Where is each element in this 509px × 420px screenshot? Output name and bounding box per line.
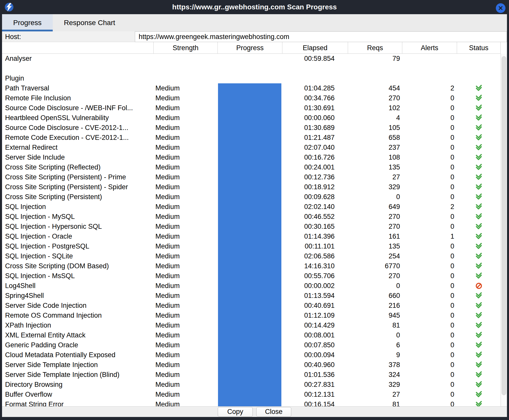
cell-reqs: 254 xyxy=(348,252,402,260)
table-row[interactable]: XPath Injection Medium 00:14.429 81 0 xyxy=(2,320,501,330)
table-row[interactable]: Source Code Disclosure - /WEB-INF Fol...… xyxy=(2,103,501,113)
table-row[interactable]: Cloud Metadata Potentially Exposed Mediu… xyxy=(2,350,501,360)
table-row[interactable]: Spring4Shell Medium 01:13.594 660 0 xyxy=(2,291,501,301)
cell-reqs: 0 xyxy=(348,282,402,290)
table-row[interactable]: SQL Injection - Oracle Medium 01:14.396 … xyxy=(2,232,501,241)
cell-name: Cross Site Scripting (Persistent) - Spid… xyxy=(2,183,153,191)
cell-name: External Redirect xyxy=(2,144,153,151)
window-close-icon[interactable]: ✕ xyxy=(496,3,505,13)
table-row[interactable]: External Redirect Medium 02:07.040 237 0 xyxy=(2,143,501,152)
cell-name: Format String Error xyxy=(2,400,153,406)
col-header-progress[interactable]: Progress xyxy=(217,42,282,54)
table-area: Analyser 00:59.854 79 xyxy=(2,54,507,406)
col-header-reqs[interactable]: Reqs xyxy=(348,42,402,54)
table-row[interactable]: Path Traversal Medium 01:04.285 454 2 xyxy=(2,83,501,93)
table-row[interactable]: Cross Site Scripting (Persistent) - Prim… xyxy=(2,172,501,182)
col-header-alerts[interactable]: Alerts xyxy=(402,42,457,54)
cell-reqs: 216 xyxy=(348,302,402,310)
table-row[interactable] xyxy=(2,64,501,73)
tab-response-chart-label: Response Chart xyxy=(64,19,115,27)
status-complete-icon xyxy=(475,174,483,181)
table-row[interactable]: Remote File Inclusion Medium 00:34.766 2… xyxy=(2,93,501,103)
table-row[interactable]: Directory Browsing Medium 00:27.831 329 … xyxy=(2,380,501,390)
cell-name: SQL Injection - Hypersonic SQL xyxy=(2,223,153,231)
cell-alerts: 2 xyxy=(402,84,457,92)
tab-response-chart[interactable]: Response Chart xyxy=(53,14,126,31)
cell-strength: Medium xyxy=(153,341,217,349)
table-row[interactable]: Source Code Disclosure - CVE-2012-1... M… xyxy=(2,123,501,133)
status-complete-icon xyxy=(475,361,483,368)
table-row[interactable]: Analyser 00:59.854 79 xyxy=(2,54,501,64)
table-row[interactable]: Generic Padding Oracle Medium 00:07.850 … xyxy=(2,340,501,350)
cell-reqs: 4 xyxy=(348,114,402,122)
table-row[interactable]: Plugin xyxy=(2,73,501,83)
host-input[interactable] xyxy=(135,31,507,42)
status-complete-icon xyxy=(475,312,483,319)
cell-name: Cross Site Scripting (Persistent) xyxy=(2,193,153,201)
tab-progress[interactable]: Progress xyxy=(2,14,53,31)
status-complete-icon xyxy=(475,184,483,190)
cell-name: Cross Site Scripting (Persistent) - Prim… xyxy=(2,173,153,181)
cell-name: Server Side Template Injection (Blind) xyxy=(2,371,153,379)
cell-status xyxy=(457,381,501,388)
cell-alerts: 0 xyxy=(402,144,457,151)
cell-elapsed: 02:07.040 xyxy=(282,144,348,151)
cell-alerts: 0 xyxy=(402,183,457,191)
copy-button[interactable]: Copy xyxy=(218,407,253,417)
status-complete-icon xyxy=(475,273,483,279)
cell-progress xyxy=(217,113,282,123)
table-row[interactable]: Server Side Code Injection Medium 00:40.… xyxy=(2,301,501,311)
table-row[interactable]: Cross Site Scripting (Persistent) - Spid… xyxy=(2,182,501,192)
table-row[interactable]: Buffer Overflow Medium 00:12.131 27 0 xyxy=(2,390,501,399)
table-row[interactable]: Format String Error Medium 00:16.154 81 … xyxy=(2,399,501,406)
cell-elapsed: 00:27.831 xyxy=(282,381,348,389)
cell-strength: Medium xyxy=(153,193,217,201)
cell-strength: Medium xyxy=(153,203,217,211)
progress-bar xyxy=(218,340,281,350)
table-row[interactable]: Server Side Include Medium 00:16.726 108… xyxy=(2,152,501,162)
table-row[interactable]: Heartbleed OpenSSL Vulnerability Medium … xyxy=(2,113,501,123)
status-complete-icon xyxy=(475,203,483,210)
table-row[interactable]: SQL Injection - Hypersonic SQL Medium 00… xyxy=(2,222,501,232)
table-row[interactable]: Server Side Template Injection Medium 00… xyxy=(2,360,501,370)
table-row[interactable]: SQL Injection Medium 02:02.140 649 2 xyxy=(2,202,501,212)
table-row[interactable]: SQL Injection - PostgreSQL Medium 00:11.… xyxy=(2,241,501,251)
scrollbar-thumb[interactable] xyxy=(502,56,506,395)
table-row[interactable]: Log4Shell Medium 00:00.002 0 0 xyxy=(2,281,501,291)
cell-status xyxy=(457,263,501,270)
cell-alerts: 0 xyxy=(402,154,457,161)
col-header-status[interactable]: Status xyxy=(457,42,501,54)
cell-alerts: 0 xyxy=(402,292,457,300)
cell-elapsed: 00:46.552 xyxy=(282,213,348,221)
table-row[interactable]: Cross Site Scripting (Reflected) Medium … xyxy=(2,162,501,172)
table-row[interactable]: Server Side Template Injection (Blind) M… xyxy=(2,370,501,380)
cell-elapsed: 14:16.310 xyxy=(282,262,348,270)
table-row[interactable]: Remote Code Execution - CVE-2012-1... Me… xyxy=(2,133,501,143)
progress-bar xyxy=(218,271,281,281)
cell-status xyxy=(457,302,501,309)
titlebar[interactable]: https://www.gr..gwebhosting.com Scan Pro… xyxy=(0,0,509,14)
table-row[interactable]: XML External Entity Attack Medium 00:08.… xyxy=(2,330,501,340)
scan-table-body: Analyser 00:59.854 79 xyxy=(2,54,501,406)
col-header-strength[interactable]: Strength xyxy=(153,42,217,54)
table-row[interactable]: Cross Site Scripting (DOM Based) Medium … xyxy=(2,261,501,271)
table-row[interactable]: SQL Injection - MsSQL Medium 00:55.706 2… xyxy=(2,271,501,281)
table-header: Strength Progress Elapsed Reqs Alerts St… xyxy=(2,42,501,54)
status-complete-icon xyxy=(475,352,483,358)
table-row[interactable]: SQL Injection - SQLite Medium 02:06.586 … xyxy=(2,251,501,261)
cell-reqs: 454 xyxy=(348,84,402,92)
cell-alerts: 0 xyxy=(402,282,457,290)
cell-progress xyxy=(217,133,282,143)
table-row[interactable]: Cross Site Scripting (Persistent) Medium… xyxy=(2,192,501,202)
status-complete-icon xyxy=(475,243,483,250)
col-header-elapsed[interactable]: Elapsed xyxy=(282,42,348,54)
table-row[interactable]: SQL Injection - MySQL Medium 00:46.552 2… xyxy=(2,212,501,222)
col-header-name[interactable] xyxy=(2,42,153,54)
cell-reqs: 81 xyxy=(348,321,402,329)
table-row[interactable]: Remote OS Command Injection Medium 01:12… xyxy=(2,311,501,320)
cell-strength: Medium xyxy=(153,223,217,231)
vertical-scrollbar[interactable] xyxy=(501,54,507,406)
cell-status xyxy=(457,352,501,358)
close-button[interactable]: Close xyxy=(256,407,291,417)
cell-status xyxy=(457,282,501,289)
